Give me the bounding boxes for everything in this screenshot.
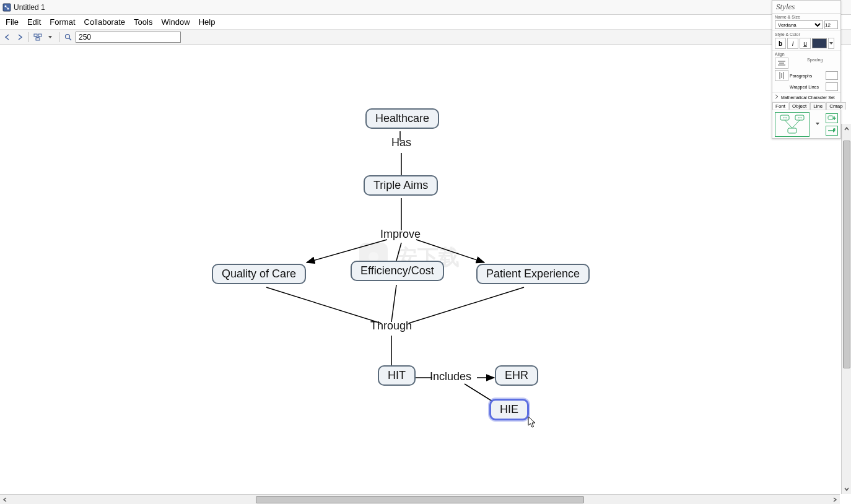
hscroll-thumb[interactable] bbox=[256, 496, 584, 503]
style-preview-thumbnail[interactable]: ??? ??? bbox=[775, 112, 810, 137]
styles-tabs: Font Object Line Cmap bbox=[772, 102, 840, 110]
font-family-select[interactable]: Verdana bbox=[775, 20, 823, 29]
styles-panel[interactable]: Styles Name & Size Verdana Style & Color… bbox=[772, 0, 841, 139]
paragraphs-input[interactable] bbox=[826, 71, 838, 80]
styles-preview: ??? ??? bbox=[772, 110, 840, 138]
layout-button[interactable] bbox=[33, 32, 43, 42]
styles-panel-title: Styles bbox=[772, 1, 840, 14]
node-hie[interactable]: HIE bbox=[489, 399, 529, 420]
svg-line-19 bbox=[307, 240, 387, 263]
add-link-button[interactable] bbox=[826, 126, 838, 136]
wrapped-lines-label: Wrapped Lines bbox=[790, 85, 824, 89]
tab-object[interactable]: Object bbox=[789, 102, 810, 110]
title-bar: Untitled 1 bbox=[0, 0, 851, 15]
vscroll-thumb[interactable] bbox=[843, 141, 850, 368]
svg-point-9 bbox=[66, 34, 70, 38]
toolbar bbox=[0, 30, 851, 45]
edge-label-has[interactable]: Has bbox=[391, 136, 411, 149]
svg-rect-6 bbox=[36, 38, 40, 40]
tab-line[interactable]: Line bbox=[810, 102, 826, 110]
scroll-down-icon[interactable] bbox=[842, 484, 851, 494]
svg-line-28 bbox=[465, 384, 494, 402]
scroll-right-icon[interactable] bbox=[830, 495, 840, 504]
color-picker-button[interactable] bbox=[812, 38, 827, 48]
color-dropdown-icon[interactable] bbox=[828, 38, 834, 49]
horizontal-scrollbar[interactable] bbox=[0, 494, 840, 504]
tab-cmap[interactable]: Cmap bbox=[826, 102, 845, 110]
nav-forward-button[interactable] bbox=[15, 32, 25, 42]
svg-line-38 bbox=[785, 120, 792, 128]
add-concept-button[interactable] bbox=[826, 113, 838, 123]
zoom-input[interactable] bbox=[76, 32, 181, 43]
math-charset-label: Mathematical Character Set bbox=[781, 95, 835, 100]
node-ehr[interactable]: EHR bbox=[495, 365, 538, 386]
svg-rect-37 bbox=[788, 128, 796, 133]
node-quality-of-care[interactable]: Quality of Care bbox=[212, 264, 306, 284]
spacing-label: Spacing bbox=[807, 58, 838, 62]
font-size-input[interactable] bbox=[824, 20, 838, 29]
edge-label-improve[interactable]: Improve bbox=[380, 228, 421, 241]
svg-rect-4 bbox=[34, 34, 37, 37]
tab-font[interactable]: Font bbox=[772, 102, 788, 110]
zoom-icon[interactable] bbox=[63, 32, 73, 42]
app-icon bbox=[2, 3, 11, 12]
svg-text:???: ??? bbox=[798, 116, 802, 119]
canvas[interactable]: 安下载 anxz.com bbox=[0, 45, 851, 494]
menu-bar: File Edit Format Collaborate Tools Windo… bbox=[0, 15, 851, 30]
scroll-up-icon[interactable] bbox=[842, 124, 851, 134]
align-v-button[interactable] bbox=[775, 70, 788, 81]
style-color-label: Style & Color bbox=[775, 32, 838, 37]
menu-format[interactable]: Format bbox=[45, 16, 79, 28]
svg-text:???: ??? bbox=[783, 116, 787, 119]
svg-line-24 bbox=[409, 287, 524, 323]
bold-button[interactable]: b bbox=[775, 38, 786, 49]
align-label: Align bbox=[775, 52, 806, 56]
layout-dropdown-icon[interactable] bbox=[45, 32, 55, 42]
node-triple-aims[interactable]: Triple Aims bbox=[364, 175, 438, 196]
svg-rect-42 bbox=[828, 116, 833, 119]
edge-label-through[interactable]: Through bbox=[370, 319, 412, 332]
toolbar-separator bbox=[59, 32, 59, 42]
italic-button[interactable]: i bbox=[787, 38, 798, 49]
svg-line-23 bbox=[391, 285, 396, 322]
toolbar-separator bbox=[28, 32, 29, 42]
hscroll-track[interactable] bbox=[10, 496, 830, 503]
node-healthcare[interactable]: Healthcare bbox=[365, 108, 439, 129]
node-efficiency-cost[interactable]: Efficiency/Cost bbox=[351, 261, 444, 281]
paragraphs-label: Paragraphs bbox=[790, 74, 824, 78]
vscroll-track[interactable] bbox=[843, 134, 850, 484]
node-patient-experience[interactable]: Patient Experience bbox=[476, 264, 590, 284]
svg-line-39 bbox=[792, 120, 800, 128]
menu-tools[interactable]: Tools bbox=[129, 16, 157, 28]
wrapped-lines-input[interactable] bbox=[826, 82, 838, 91]
underline-button[interactable]: u bbox=[800, 38, 811, 49]
svg-line-22 bbox=[266, 287, 381, 323]
node-hit[interactable]: HIT bbox=[378, 365, 416, 386]
menu-collaborate[interactable]: Collaborate bbox=[80, 16, 130, 28]
svg-line-20 bbox=[396, 243, 401, 261]
expand-math-icon[interactable] bbox=[775, 94, 780, 100]
nav-back-button[interactable] bbox=[2, 32, 12, 42]
edge-label-includes[interactable]: Includes bbox=[430, 370, 471, 383]
preview-dropdown-icon[interactable] bbox=[816, 121, 819, 127]
svg-line-10 bbox=[69, 38, 71, 40]
name-size-label: Name & Size bbox=[775, 15, 838, 19]
vertical-scrollbar[interactable] bbox=[841, 124, 851, 494]
svg-line-21 bbox=[416, 240, 484, 263]
menu-edit[interactable]: Edit bbox=[23, 16, 45, 28]
menu-help[interactable]: Help bbox=[194, 16, 220, 28]
window-title: Untitled 1 bbox=[14, 3, 45, 12]
align-h-button[interactable] bbox=[775, 58, 788, 69]
menu-window[interactable]: Window bbox=[157, 16, 194, 28]
svg-rect-5 bbox=[38, 34, 41, 37]
menu-file[interactable]: File bbox=[1, 16, 23, 28]
scroll-left-icon[interactable] bbox=[0, 495, 10, 504]
